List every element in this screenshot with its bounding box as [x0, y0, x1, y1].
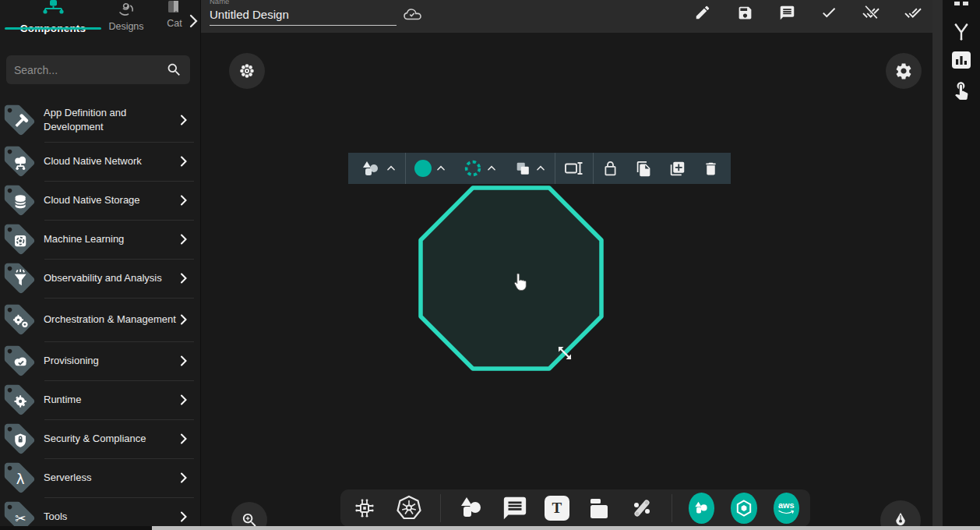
chevron-up-icon — [435, 163, 446, 174]
header-actions — [694, 4, 922, 21]
cloud-done-icon — [402, 5, 422, 23]
shapes-tool-button[interactable] — [457, 495, 485, 521]
design-canvas[interactable]: T — [201, 33, 932, 530]
whiteboarding-shapes-button[interactable] — [689, 493, 714, 524]
flower-icon — [238, 62, 256, 80]
tab-designs-label: Designs — [104, 21, 149, 32]
sidebar-tabbar: Components Designs Cat — [0, 0, 200, 45]
tab-catalog-label: Cat — [157, 18, 192, 29]
save-icon — [737, 5, 753, 21]
category-serverless[interactable]: λ Serverless — [0, 458, 200, 497]
note-tool-button[interactable] — [586, 496, 612, 521]
delete-button[interactable] — [694, 153, 728, 184]
active-tab-indicator — [5, 27, 101, 30]
aws-components-button[interactable]: aws — [774, 493, 799, 524]
text-tool-button[interactable]: T — [545, 496, 569, 521]
tab-designs[interactable]: Designs — [104, 0, 149, 32]
tag-cloud-check-icon — [2, 343, 37, 379]
lock-icon — [602, 161, 619, 177]
resize-handle-icon[interactable] — [553, 341, 576, 365]
analytics-button[interactable] — [950, 48, 973, 72]
dashed-circle-icon — [464, 159, 482, 178]
category-cloud-native-network[interactable]: Cloud Native Network — [0, 142, 200, 181]
kubernetes-tool-button[interactable] — [394, 493, 424, 523]
category-label: Security & Compliance — [44, 432, 178, 446]
search-icon — [166, 62, 182, 78]
merge-button[interactable] — [950, 20, 973, 44]
chevron-right-icon — [178, 472, 190, 484]
validate-check-icon — [820, 4, 837, 21]
edge-link-icon — [629, 495, 655, 521]
kubernetes-context-button[interactable] — [229, 53, 265, 89]
fill-color-button[interactable] — [406, 153, 455, 184]
kubernetes-components-button[interactable] — [731, 493, 756, 524]
tabs-scroll-right-button[interactable] — [188, 12, 199, 30]
search-input[interactable] — [14, 64, 166, 76]
width-ibeam-icon — [564, 160, 584, 177]
category-label: Tools — [44, 510, 178, 524]
kubernetes-icon — [394, 493, 424, 523]
touch-icon — [951, 80, 971, 100]
category-provisioning[interactable]: Provisioning — [0, 341, 200, 380]
category-cloud-native-storage[interactable]: Cloud Native Storage — [0, 181, 200, 220]
tag-hammer-icon — [2, 102, 37, 138]
save-button[interactable] — [736, 4, 753, 21]
vertical-scrollbar[interactable] — [932, 0, 943, 530]
lock-button[interactable] — [594, 153, 627, 184]
stroke-style-button[interactable] — [455, 153, 506, 184]
category-label: Cloud Native Storage — [44, 193, 178, 207]
comment-button[interactable] — [778, 4, 795, 21]
add-to-design-button[interactable] — [661, 153, 694, 184]
name-field-label: Name — [210, 0, 229, 5]
category-machine-learning[interactable]: Machine Learning — [0, 220, 200, 259]
chevron-right-icon — [178, 355, 190, 367]
horizontal-scrollbar-thumb[interactable] — [152, 526, 980, 530]
merge-y-icon — [951, 22, 971, 42]
shapes-menu-button[interactable] — [351, 153, 405, 184]
chevron-right-icon — [178, 433, 190, 445]
deploy-button[interactable] — [904, 4, 922, 21]
chevron-right-icon — [178, 114, 190, 126]
category-tools[interactable]: ✂ Tools — [0, 497, 200, 530]
panel-button[interactable] — [950, 0, 973, 11]
category-label: Observability and Analysis — [44, 271, 178, 285]
edit-button[interactable] — [694, 4, 711, 21]
chevron-right-icon — [178, 194, 190, 207]
category-observability[interactable]: Observability and Analysis — [0, 259, 200, 298]
category-label: Runtime — [44, 393, 178, 407]
resize-width-button[interactable] — [555, 153, 593, 184]
validate-button[interactable] — [820, 4, 837, 21]
shapes-icon — [457, 495, 485, 521]
components-sidebar: Components Designs Cat — [0, 0, 201, 530]
category-orchestration[interactable]: Orchestration & Management — [0, 298, 200, 341]
canvas-settings-button[interactable] — [886, 53, 922, 89]
category-label: Cloud Native Network — [44, 154, 178, 168]
shapes-icon — [360, 158, 382, 178]
arrange-layers-button[interactable] — [506, 153, 555, 184]
tab-components[interactable]: Components — [5, 0, 101, 34]
horizontal-scrollbar[interactable] — [0, 526, 980, 530]
duplicate-button[interactable] — [627, 153, 661, 184]
comment-tool-button[interactable] — [502, 495, 528, 521]
tab-catalog[interactable]: Cat — [157, 0, 192, 29]
canvas-dock-toolbar: T — [340, 489, 810, 527]
aws-logo: aws — [778, 501, 795, 510]
catalog-icon — [166, 0, 183, 16]
category-label: App Definition and Development — [44, 106, 178, 133]
svg-text:λ: λ — [16, 471, 25, 487]
interaction-button[interactable] — [950, 78, 973, 101]
right-icon-rail — [943, 0, 980, 530]
edge-tool-button[interactable] — [629, 495, 655, 521]
undeploy-button[interactable] — [862, 4, 880, 21]
gear-icon — [894, 62, 913, 80]
category-app-definition[interactable]: App Definition and Development — [0, 98, 200, 142]
category-security[interactable]: Security & Compliance — [0, 419, 200, 458]
category-runtime[interactable]: Runtime — [0, 380, 200, 419]
chevron-right-icon — [178, 272, 190, 284]
infrastructure-tool-button[interactable] — [351, 495, 378, 521]
designs-rose-icon — [116, 0, 136, 19]
comment-icon — [502, 495, 528, 521]
tag-scissors-icon: ✂ — [2, 499, 37, 530]
toolbar-divider — [672, 494, 672, 522]
design-name-input[interactable] — [210, 6, 397, 26]
